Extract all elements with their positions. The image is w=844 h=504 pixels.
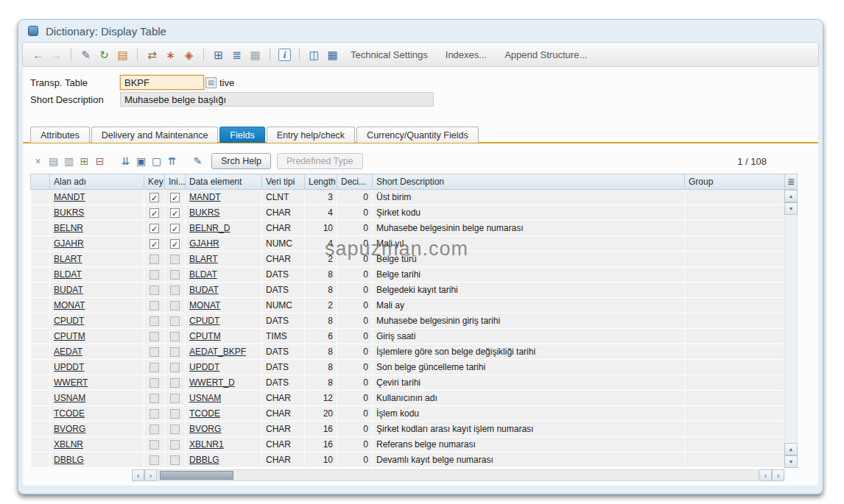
initial-checkbox[interactable]: [170, 332, 180, 341]
initial-checkbox[interactable]: [170, 363, 180, 372]
activate-icon[interactable]: ∗: [161, 46, 180, 63]
field-link[interactable]: BLART: [54, 254, 82, 264]
data-element-link[interactable]: XBLNR1: [189, 439, 224, 450]
refresh-icon[interactable]: ↻: [95, 46, 113, 63]
move-down-icon[interactable]: ⇊: [118, 154, 133, 169]
scroll-left-end-icon[interactable]: ‹: [759, 469, 772, 481]
scroll-left-icon[interactable]: ‹: [132, 469, 144, 481]
initial-checkbox[interactable]: [170, 409, 180, 419]
field-link[interactable]: GJAHR: [54, 238, 84, 249]
column-header-decimals[interactable]: Deci...: [337, 174, 373, 190]
initial-checkbox[interactable]: [170, 255, 180, 264]
key-checkbox[interactable]: [150, 425, 159, 434]
scroll-right-icon[interactable]: ›: [144, 469, 157, 481]
delete-row-icon[interactable]: ⊟: [92, 154, 108, 169]
tab-attributes[interactable]: Attributes: [30, 127, 90, 143]
data-element-link[interactable]: USNAM: [189, 393, 221, 403]
indexes-button[interactable]: Indexes...: [437, 46, 496, 64]
forward-icon[interactable]: →: [47, 46, 66, 63]
data-element-link[interactable]: GJAHR: [189, 238, 219, 249]
where-used-icon[interactable]: ◈: [180, 46, 198, 63]
row-selector[interactable]: [31, 344, 50, 360]
key-checkbox[interactable]: [150, 394, 159, 403]
column-header-data-type[interactable]: Veri tipi: [262, 174, 305, 190]
data-element-link[interactable]: WWERT_D: [189, 377, 235, 388]
initial-checkbox[interactable]: [170, 316, 180, 326]
initial-checkbox[interactable]: ✓: [170, 193, 180, 202]
field-link[interactable]: BUKRS: [54, 207, 84, 218]
layout-icon[interactable]: ≣: [784, 174, 798, 190]
key-checkbox[interactable]: ✓: [150, 224, 159, 233]
vertical-scroll-track[interactable]: [784, 215, 798, 443]
delete-entry-icon[interactable]: ×: [30, 154, 46, 169]
initial-checkbox[interactable]: ✓: [170, 208, 180, 218]
key-checkbox[interactable]: [150, 332, 159, 341]
column-header-field[interactable]: Alan adı: [50, 174, 144, 190]
key-checkbox[interactable]: [150, 301, 159, 310]
field-link[interactable]: BELNR: [54, 223, 83, 233]
tab-fields[interactable]: Fields: [219, 127, 264, 143]
transport-icon[interactable]: ⇄: [143, 46, 161, 63]
initial-checkbox[interactable]: [170, 378, 180, 388]
field-link[interactable]: MONAT: [54, 300, 85, 310]
short-description-input[interactable]: Muhasebe belge başlığı: [120, 92, 434, 107]
table-contents-icon[interactable]: ▦: [323, 46, 342, 63]
initial-checkbox[interactable]: ✓: [170, 239, 180, 249]
data-element-link[interactable]: BUKRS: [189, 207, 219, 218]
horizontal-scroll-track[interactable]: [158, 469, 759, 481]
paste-icon[interactable]: ▤: [113, 46, 132, 63]
table-icon[interactable]: ▦: [246, 46, 264, 63]
scroll-down-icon[interactable]: ▼: [784, 202, 798, 215]
row-selector[interactable]: [31, 236, 50, 252]
scroll-up-icon[interactable]: ▲: [784, 190, 798, 202]
initial-checkbox[interactable]: [170, 394, 180, 403]
field-link[interactable]: XBLNR: [54, 439, 83, 450]
append-structure-button[interactable]: Append Structure...: [496, 46, 596, 64]
column-header-key[interactable]: Key: [144, 174, 165, 190]
data-element-link[interactable]: BLART: [189, 254, 217, 264]
row-selector[interactable]: [31, 329, 50, 344]
field-link[interactable]: WWERT: [54, 377, 88, 388]
row-selector[interactable]: [31, 221, 50, 236]
technical-settings-button[interactable]: Technical Settings: [342, 46, 437, 64]
column-header-initial[interactable]: Ini...: [165, 174, 186, 190]
row-selector[interactable]: [31, 205, 50, 221]
key-checkbox[interactable]: ✓: [150, 193, 159, 202]
sort-icon[interactable]: ≣: [228, 46, 246, 63]
field-link[interactable]: USNAM: [54, 393, 85, 403]
scroll-up-bottom-icon[interactable]: ▲: [784, 443, 798, 455]
scroll-right-end-icon[interactable]: ›: [772, 469, 784, 481]
initial-checkbox[interactable]: [170, 347, 180, 357]
insert-row-icon[interactable]: ⊞: [77, 154, 92, 169]
data-element-link[interactable]: CPUDT: [189, 316, 219, 326]
transp-table-input[interactable]: BKPF: [120, 75, 204, 90]
initial-checkbox[interactable]: [170, 440, 180, 450]
field-link[interactable]: AEDAT: [54, 347, 82, 357]
data-element-link[interactable]: BELNR_D: [189, 223, 230, 233]
initial-checkbox[interactable]: [170, 455, 180, 465]
collapse-icon[interactable]: ▢: [149, 154, 164, 169]
expand-icon[interactable]: ▣: [133, 154, 149, 169]
predefined-type-button[interactable]: Predefined Type: [277, 153, 363, 169]
row-selector[interactable]: [31, 360, 50, 375]
initial-checkbox[interactable]: [170, 301, 180, 310]
column-header-data-element[interactable]: Data element: [186, 174, 262, 190]
data-element-link[interactable]: MANDT: [189, 192, 221, 202]
row-selector[interactable]: [31, 298, 50, 313]
key-checkbox[interactable]: ✓: [150, 239, 159, 249]
row-selector[interactable]: [31, 313, 50, 329]
data-element-link[interactable]: BVORG: [189, 424, 221, 434]
row-selector[interactable]: [31, 437, 50, 452]
field-link[interactable]: BLDAT: [54, 269, 82, 280]
field-link[interactable]: CPUTM: [54, 331, 85, 341]
field-link[interactable]: BUDAT: [54, 285, 83, 295]
data-element-link[interactable]: MONAT: [189, 300, 220, 310]
row-selector[interactable]: [31, 375, 50, 391]
key-checkbox[interactable]: [150, 347, 159, 357]
field-link[interactable]: TCODE: [54, 408, 85, 419]
key-checkbox[interactable]: [150, 285, 159, 295]
column-header-length[interactable]: Length: [305, 174, 337, 190]
row-selector[interactable]: [31, 283, 50, 298]
srch-help-button[interactable]: Srch Help: [211, 153, 271, 169]
row-selector[interactable]: [31, 190, 50, 205]
